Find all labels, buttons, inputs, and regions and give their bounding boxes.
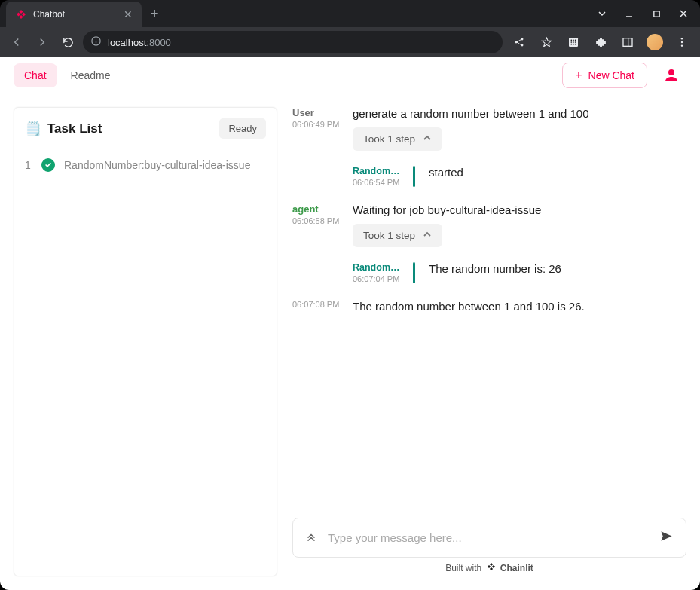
new-chat-button[interactable]: + New Chat	[562, 63, 647, 88]
new-chat-label: New Chat	[588, 69, 634, 81]
message-text: generate a random number between 1 and 1…	[353, 107, 683, 120]
tab-strip: Chatbot ✕ +	[0, 0, 700, 27]
svg-point-17	[573, 41, 574, 43]
svg-rect-2	[22, 13, 26, 17]
check-icon	[41, 158, 55, 172]
svg-point-26	[681, 44, 683, 46]
send-icon[interactable]	[659, 529, 674, 546]
expand-icon[interactable]	[305, 530, 317, 546]
app-header: Chat Readme + New Chat	[0, 57, 700, 93]
svg-rect-29	[487, 565, 490, 568]
tab-chat[interactable]: Chat	[14, 63, 57, 87]
svg-rect-31	[489, 567, 492, 570]
task-index: 1	[25, 159, 32, 171]
message-time: 06:07:08 PM	[292, 300, 339, 309]
substep-time: 06:07:04 PM	[353, 274, 402, 283]
extensions-icon[interactable]	[588, 30, 613, 54]
message-text: Waiting for job buy-cultural-idea-issue	[353, 203, 683, 216]
footer: Built with Chainlit	[292, 558, 686, 576]
close-icon[interactable]: ✕	[124, 8, 133, 20]
minimize-icon[interactable]	[619, 3, 640, 24]
substep-time: 06:06:54 PM	[353, 178, 402, 187]
composer	[292, 518, 686, 558]
svg-rect-0	[20, 10, 23, 14]
star-icon[interactable]	[534, 30, 558, 54]
message-sender: agent	[292, 203, 339, 215]
svg-point-9	[515, 41, 518, 44]
task-status-badge: Ready	[219, 118, 266, 139]
message: User 06:06:49 PM generate a random numbe…	[292, 107, 683, 187]
task-list-panel: 🗒️ Task List Ready 1 RandomNumber:buy-cu…	[14, 107, 277, 576]
user-icon[interactable]	[656, 60, 686, 90]
window-close-icon[interactable]	[673, 3, 694, 24]
svg-rect-28	[489, 563, 492, 566]
substep-bar	[413, 166, 415, 187]
substep-text: started	[426, 166, 463, 187]
message: agent 06:06:58 PM Waiting for job buy-cu…	[292, 203, 683, 283]
share-icon[interactable]	[507, 30, 531, 54]
browser-toolbar: localhost:8000	[0, 27, 700, 57]
app-root: Chat Readme + New Chat 🗒️ Task List Read…	[0, 57, 700, 590]
message-list: User 06:06:49 PM generate a random numbe…	[292, 107, 686, 510]
favicon-icon	[15, 8, 27, 20]
notepad-icon: 🗒️	[25, 121, 41, 137]
svg-point-24	[681, 38, 683, 39]
chevron-up-icon	[423, 230, 432, 241]
substep: RandomN... 06:06:54 PM started	[353, 166, 683, 187]
chat-main: User 06:06:49 PM generate a random numbe…	[292, 107, 686, 576]
info-icon	[90, 35, 102, 50]
substep-bar	[413, 262, 415, 283]
plus-icon: +	[575, 69, 582, 81]
svg-point-14	[573, 39, 574, 41]
svg-point-19	[570, 44, 572, 45]
tab-readme[interactable]: Readme	[60, 63, 121, 87]
substep: RandomN... 06:07:04 PM The random number…	[353, 262, 683, 283]
message-sender: User	[292, 107, 339, 118]
substep-name: RandomN...	[353, 262, 402, 273]
app-body: 🗒️ Task List Ready 1 RandomNumber:buy-cu…	[0, 93, 700, 590]
svg-point-21	[575, 44, 576, 45]
svg-point-25	[681, 41, 683, 43]
chevron-down-icon[interactable]	[591, 3, 613, 24]
address-bar[interactable]: localhost:8000	[83, 31, 503, 53]
svg-point-8	[96, 38, 96, 39]
svg-point-15	[575, 39, 576, 41]
message-input[interactable]	[328, 531, 649, 544]
step-toggle[interactable]: Took 1 step	[353, 127, 442, 151]
reload-button[interactable]	[57, 32, 78, 53]
back-button[interactable]	[6, 32, 27, 53]
browser-tab[interactable]: Chatbot ✕	[6, 2, 142, 27]
message-text: The random number between 1 and 100 is 2…	[353, 300, 683, 313]
window-controls	[591, 0, 694, 27]
svg-point-11	[521, 44, 524, 47]
svg-point-18	[575, 41, 576, 43]
svg-point-27	[668, 69, 674, 75]
svg-rect-1	[17, 13, 20, 17]
svg-rect-30	[491, 565, 494, 568]
svg-point-16	[570, 41, 572, 43]
message-time: 06:06:49 PM	[292, 120, 339, 129]
panel-icon[interactable]	[616, 30, 640, 54]
header-tabs: Chat Readme	[14, 63, 121, 87]
step-toggle[interactable]: Took 1 step	[353, 224, 442, 247]
message: 06:07:08 PM The random number between 1 …	[292, 300, 683, 313]
kebab-menu-icon[interactable]	[670, 30, 694, 54]
message-time: 06:06:58 PM	[292, 216, 339, 225]
task-name: RandomNumber:buy-cultural-idea-issue	[64, 159, 250, 171]
profile-avatar[interactable]	[643, 30, 667, 54]
apps-icon[interactable]	[561, 30, 585, 54]
svg-point-10	[521, 38, 524, 41]
browser-chrome: Chatbot ✕ + localhost:8000	[0, 0, 700, 57]
chevron-up-icon	[423, 133, 432, 145]
url-text: localhost:8000	[108, 37, 171, 48]
svg-rect-3	[20, 15, 23, 19]
svg-point-13	[570, 39, 572, 41]
svg-point-20	[573, 44, 574, 45]
new-tab-button[interactable]: +	[151, 6, 159, 22]
task-list-title: 🗒️ Task List	[25, 121, 102, 137]
svg-rect-5	[653, 11, 659, 16]
forward-button[interactable]	[32, 32, 53, 53]
tab-title: Chatbot	[33, 9, 118, 20]
task-row[interactable]: 1 RandomNumber:buy-cultural-idea-issue	[25, 154, 266, 176]
maximize-icon[interactable]	[646, 3, 667, 24]
